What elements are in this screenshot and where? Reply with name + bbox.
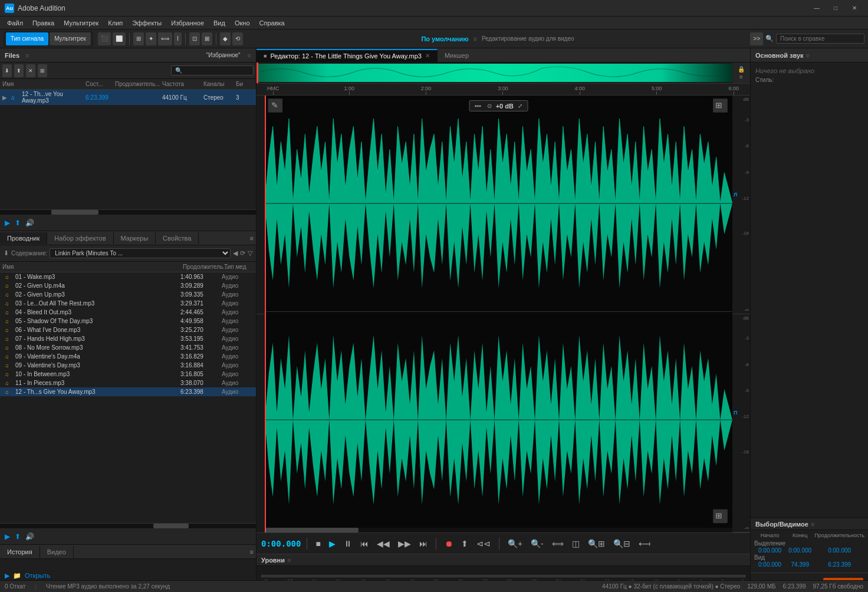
browser-refresh-btn[interactable]: ⟳	[240, 249, 245, 257]
browser-row[interactable]: ♫ 02 - Given Up.m4a 3:09.289 Аудио	[0, 281, 256, 290]
mixer-tab[interactable]: Микшер	[438, 50, 476, 61]
play-button[interactable]: ▶	[5, 219, 10, 227]
export-button[interactable]: ⬆	[15, 219, 21, 227]
toolbar-btn-7[interactable]: ⊡	[189, 32, 200, 45]
browser-panel-menu[interactable]: ≡	[248, 232, 256, 244]
sel-menu-icon[interactable]: ≡	[811, 521, 814, 528]
browser-filter-btn[interactable]: ▽	[248, 249, 252, 257]
menu-multitrack[interactable]: Мультитрек	[59, 18, 103, 28]
browser-row[interactable]: ♫ 09 - Valentine's Day.mp3 3:16.884 Ауди…	[0, 361, 256, 370]
browser-row[interactable]: ♫ 02 - Given Up.mp3 3:09.335 Аудио	[0, 290, 256, 299]
levels-menu-icon[interactable]: ≡	[287, 557, 291, 564]
toolbar-expand[interactable]: >>	[750, 32, 763, 45]
editor-tab-main[interactable]: ■ Редактор: 12 - The Little Things Give …	[257, 49, 438, 62]
wt-bars-icon[interactable]: ▪▪▪	[473, 102, 483, 110]
toolbar-btn-8[interactable]: ⊠	[202, 32, 212, 45]
browser-scrollbar[interactable]	[0, 523, 256, 528]
toolbar-btn-10[interactable]: ⟲	[232, 32, 243, 45]
browser-path-select[interactable]: Linkin Park (Minutes To ...	[50, 248, 231, 258]
zoom-less-button[interactable]: 🔍⊟	[611, 538, 633, 550]
browser-row[interactable]: ♫ 04 - Bleed It Out.mp3 2:44.465 Аудио	[0, 308, 256, 317]
browser-row[interactable]: ♫ 07 - Hands Held High.mp3 3:53.195 Ауди…	[0, 334, 256, 343]
menu-edit[interactable]: Правка	[28, 18, 59, 28]
browser-row[interactable]: ♫ 11 - In Pieces.mp3 3:38.070 Аудио	[0, 379, 256, 387]
browser-back-btn[interactable]: ◀	[233, 249, 238, 257]
loop-button[interactable]: ⬆	[459, 538, 471, 550]
zoom-full-button[interactable]: ⟻	[636, 538, 653, 550]
forward-button[interactable]: ▶▶	[396, 538, 413, 550]
browser-row[interactable]: ♫ 10 - In Between.mp3 3:16.805 Аудио	[0, 370, 256, 379]
overview-zoom-in[interactable]: 🔒	[738, 66, 745, 73]
forward-to-end-button[interactable]: ⏭	[417, 538, 430, 550]
right-panel-menu[interactable]: ≡	[806, 52, 810, 59]
waveform-mode-button[interactable]: Тип сигнала	[6, 32, 48, 45]
toolbar-btn-3[interactable]: ⊞	[133, 32, 144, 45]
pause-button[interactable]: ⏸	[341, 538, 354, 550]
files-panel-menu[interactable]: ≡	[248, 52, 251, 59]
files-menu-icon[interactable]: ≡	[25, 52, 29, 59]
browser-export-btn[interactable]: ⬆	[15, 532, 21, 541]
toolbar-btn-5[interactable]: ⟺	[158, 32, 172, 45]
wt-expand-icon[interactable]: ⤢	[516, 102, 524, 110]
loop-button[interactable]: 🔊	[25, 219, 34, 227]
browser-audio-btn[interactable]: 🔊	[25, 532, 34, 541]
files-btn-3[interactable]: ✕	[26, 64, 35, 77]
channel-top[interactable]: ✎ ⊞ ▪▪▪ ⊙ +0 dB ⤢	[265, 96, 732, 312]
file-row[interactable]: ▶ ♫ 12 - Th...ve You Away.mp3 6:23.399 4…	[0, 90, 256, 105]
browser-play-btn[interactable]: ▶	[5, 532, 10, 541]
waveform-scrollbar[interactable]	[265, 528, 732, 532]
toolbar-btn-2[interactable]: ⬜	[113, 32, 126, 45]
browser-tab-markers[interactable]: Маркеры	[114, 232, 156, 244]
rewind-to-start-button[interactable]: ⏮	[358, 538, 371, 550]
zoom-in-button[interactable]: 🔍+	[505, 538, 525, 550]
menu-effects[interactable]: Эффекты	[127, 18, 166, 28]
files-scrollbar[interactable]	[0, 209, 256, 214]
files-search-input[interactable]	[171, 65, 254, 75]
menu-view[interactable]: Вид	[209, 18, 230, 28]
toolbar-btn-4[interactable]: ✦	[146, 32, 156, 45]
zoom-more-button[interactable]: 🔍⊞	[586, 538, 607, 550]
maximize-button[interactable]: □	[827, 0, 844, 17]
browser-row[interactable]: ♫ 03 - Le...Out All The Rest.mp3 3:29.37…	[0, 299, 256, 308]
zoom-sel-button[interactable]: ◫	[570, 538, 582, 550]
menu-help[interactable]: Справка	[255, 18, 290, 28]
menu-favorites[interactable]: Избранное	[166, 18, 209, 28]
editor-tab-close[interactable]: ✕	[425, 52, 430, 59]
history-menu-icon[interactable]: ≡	[248, 546, 256, 558]
wt-clock-icon[interactable]: ⊙	[485, 102, 494, 110]
minimize-button[interactable]: —	[808, 0, 826, 17]
rewind-button[interactable]: ◀◀	[374, 538, 392, 550]
browser-row[interactable]: ♫ 01 - Wake.mp3 1:40.963 Аудио	[0, 272, 256, 281]
files-btn-1[interactable]: ⬇	[2, 64, 12, 77]
zoom-fit-button[interactable]: ⟺	[550, 538, 566, 550]
history-tab[interactable]: История	[0, 546, 40, 558]
close-button[interactable]: ✕	[846, 0, 863, 17]
multitrack-mode-button[interactable]: Мультитрек	[50, 32, 91, 45]
toolbar-btn-1[interactable]: ⬛	[98, 32, 111, 45]
browser-row[interactable]: ♫ 09 - Valentine's Day.m4a 3:16.829 Ауди…	[0, 352, 256, 361]
menu-file[interactable]: Файл	[2, 18, 28, 28]
browser-import-icon[interactable]: ⬇	[4, 249, 9, 257]
browser-row-selected[interactable]: ♫ 12 - Th...s Give You Away.mp3 6:23.398…	[0, 387, 256, 396]
channel-bottom[interactable]: ⊞	[265, 312, 732, 528]
toolbar-btn-9[interactable]: ◆	[220, 32, 231, 45]
menu-window[interactable]: Окно	[230, 18, 255, 28]
files-btn-4[interactable]: ⊞	[38, 64, 47, 77]
browser-tab-effects[interactable]: Набор эффектов	[47, 232, 113, 244]
stop-button[interactable]: ■	[313, 538, 323, 550]
browser-tab-explorer[interactable]: Проводник	[0, 232, 47, 244]
files-btn-2[interactable]: ⬆	[14, 64, 24, 77]
menu-clip[interactable]: Клип	[103, 18, 127, 28]
toolbar-btn-6[interactable]: I	[174, 32, 182, 45]
zoom-out-button[interactable]: 🔍-	[528, 538, 546, 550]
play-button[interactable]: ▶	[327, 538, 338, 550]
overview-waveform[interactable]	[257, 63, 732, 83]
browser-tab-properties[interactable]: Свойства	[156, 232, 199, 244]
browser-row[interactable]: ♫ 08 - No More Sorrow.mp3 3:41.753 Аудио	[0, 343, 256, 352]
skip-back-button[interactable]: ⊲⊲	[474, 538, 493, 550]
history-open-item[interactable]: ▶ 📁 Открыть	[5, 572, 50, 580]
video-tab[interactable]: Видео	[40, 546, 74, 558]
browser-row[interactable]: ♫ 06 - What I've Done.mp3 3:25.270 Аудио	[0, 325, 256, 334]
search-input[interactable]	[776, 34, 864, 44]
record-button[interactable]: ⏺	[442, 538, 455, 550]
